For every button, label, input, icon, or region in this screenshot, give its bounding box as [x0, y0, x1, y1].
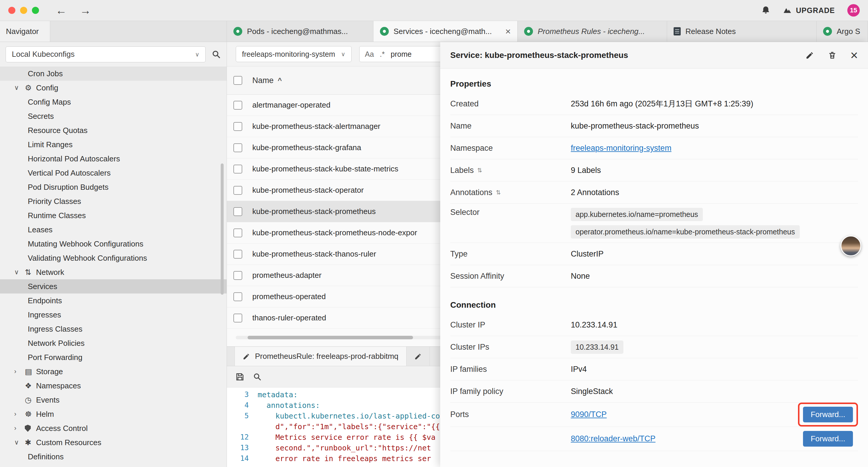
notification-count-badge[interactable]: 15 — [847, 4, 860, 17]
sidebar-item-leases[interactable]: Leases — [0, 223, 226, 237]
sidebar-item-access-control[interactable]: › Access Control — [0, 421, 226, 435]
row-checkbox[interactable] — [234, 314, 242, 322]
upgrade-button[interactable]: UPGRADE — [783, 6, 835, 15]
sort-toggle-icon[interactable]: ⇅ — [496, 189, 501, 196]
storage-icon: ▤ — [25, 367, 36, 376]
close-drawer-button[interactable]: × — [850, 49, 858, 62]
app-window: ← → UPGRADE 15 Navigator Pods - icecheng… — [0, 0, 868, 467]
tab-services[interactable]: Services - icecheng@math... × — [373, 21, 518, 42]
back-button[interactable]: ← — [56, 5, 67, 16]
row-checkbox[interactable] — [234, 271, 242, 280]
sidebar-item-runtime-classes[interactable]: Runtime Classes — [0, 208, 226, 223]
kubernetes-cluster-icon — [524, 27, 533, 36]
sidebar-item-port-forwarding[interactable]: Port Forwarding — [0, 350, 226, 364]
row-checkbox[interactable] — [234, 122, 242, 131]
sidebar-item-vertical-pod-autoscalers[interactable]: Vertical Pod Autoscalers — [0, 166, 226, 180]
match-case-toggle[interactable]: Aa — [365, 50, 374, 59]
close-window-button[interactable] — [8, 7, 16, 14]
details-drawer: Service: kube-prometheus-stack-prometheu… — [440, 42, 868, 467]
dock-tab-partial[interactable] — [406, 347, 430, 366]
sidebar-item-resource-quotas[interactable]: Resource Quotas — [0, 123, 226, 138]
navigator-tab[interactable]: Navigator — [0, 21, 50, 42]
namespaces-icon: ❖ — [25, 381, 36, 390]
sidebar-item-ingress-classes[interactable]: Ingress Classes — [0, 322, 226, 336]
sidebar-item-validating-webhook-configurations[interactable]: Validating Webhook Configurations — [0, 251, 226, 265]
sidebar-item-endpoints[interactable]: Endpoints — [0, 293, 226, 308]
minimize-window-button[interactable] — [20, 7, 27, 14]
sidebar-item-config[interactable]: ∨ ⚙ Config — [0, 81, 226, 95]
sidebar-item-secrets[interactable]: Secrets — [0, 109, 226, 123]
property-row-session-affinity: Session Affinity None — [450, 265, 858, 287]
regex-toggle[interactable]: .* — [380, 50, 385, 59]
row-checkbox[interactable] — [234, 250, 242, 259]
tab-pods[interactable]: Pods - icecheng@mathmas... — [227, 21, 373, 42]
sidebar-item-priority-classes[interactable]: Priority Classes — [0, 194, 226, 208]
sidebar-item-pod-disruption-budgets[interactable]: Pod Disruption Budgets — [0, 180, 226, 194]
sidebar-item-events[interactable]: ◷ Events — [0, 393, 226, 407]
sidebar-item-config-maps[interactable]: Config Maps — [0, 95, 226, 109]
horizontal-scrollbar-thumb[interactable] — [248, 336, 413, 339]
code-line: second.","runbook_url":"https://net — [258, 444, 431, 452]
annotation-highlight-box: Forward... — [798, 403, 858, 427]
row-checkbox[interactable] — [234, 101, 242, 110]
forward-button[interactable]: → — [80, 5, 91, 16]
sidebar-item-network[interactable]: ∨ ⇅ Network — [0, 265, 226, 279]
sidebar-item-storage[interactable]: › ▤ Storage — [0, 364, 226, 379]
column-header-name[interactable]: Name ^ — [252, 76, 282, 85]
navigator-tree: Cron Jobs ∨ ⚙ Config Config Maps Secrets… — [0, 66, 226, 464]
sidebar-item-ingresses[interactable]: Ingresses — [0, 308, 226, 322]
delete-button[interactable] — [828, 51, 837, 60]
row-checkbox[interactable] — [234, 143, 242, 152]
port-link-9090[interactable]: 9090/TCP — [571, 410, 607, 419]
tab-release-notes[interactable]: Release Notes — [667, 21, 816, 42]
notification-bell-icon[interactable] — [761, 6, 771, 15]
drawer-title: Service: kube-prometheus-stack-prometheu… — [450, 51, 628, 60]
edit-icon — [243, 353, 250, 360]
kubeconfig-select[interactable]: Local Kubeconfigs ∨ — [6, 47, 206, 62]
sort-toggle-icon[interactable]: ⇅ — [477, 167, 483, 174]
row-checkbox[interactable] — [234, 292, 242, 301]
dock-tab-prometheusrule[interactable]: PrometheusRule: freeleaps-prod-rabbitmq — [235, 347, 406, 366]
port-link-8080-reloader-web[interactable]: 8080:reloader-web/TCP — [571, 434, 656, 443]
tab-argo[interactable]: Argo S — [816, 21, 868, 42]
namespace-select[interactable]: freeleaps-monitoring-system ∨ — [236, 46, 351, 62]
select-all-checkbox[interactable] — [234, 76, 242, 85]
sidebar-item-limit-ranges[interactable]: Limit Ranges — [0, 138, 226, 152]
sidebar-item-namespaces[interactable]: ❖ Namespaces — [0, 379, 226, 393]
property-row-ip-families: IP families IPv4 — [450, 358, 858, 380]
row-checkbox[interactable] — [234, 186, 242, 195]
row-checkbox[interactable] — [234, 165, 242, 174]
sidebar-item-network-policies[interactable]: Network Policies — [0, 336, 226, 350]
sidebar-item-horizontal-pod-autoscalers[interactable]: Horizontal Pod Autoscalers — [0, 152, 226, 166]
code-line: metadata: — [258, 390, 298, 399]
line-number: 13 — [227, 444, 258, 452]
row-checkbox[interactable] — [234, 229, 242, 237]
user-avatar[interactable] — [840, 236, 861, 256]
property-row-name: Name kube-prometheus-stack-prometheus — [450, 115, 858, 137]
sidebar-item-custom-resources[interactable]: ∨ ✱ Custom Resources — [0, 435, 226, 449]
sidebar-scrollbar[interactable] — [221, 164, 224, 295]
save-button[interactable] — [235, 372, 245, 382]
sidebar-item-definitions[interactable]: Definitions — [0, 449, 226, 464]
forward-port-button[interactable]: Forward... — [803, 407, 853, 422]
zoom-window-button[interactable] — [32, 7, 39, 14]
cluster-ip-badge: 10.233.14.91 — [571, 341, 623, 354]
sidebar-item-mutating-webhook-configurations[interactable]: Mutating Webhook Configurations — [0, 237, 226, 251]
edit-button[interactable] — [805, 51, 814, 60]
editor-search-button[interactable] — [253, 372, 262, 381]
sidebar-item-helm[interactable]: › ☸ Helm — [0, 407, 226, 421]
namespace-link[interactable]: freeleaps-monitoring-system — [571, 144, 672, 153]
sidebar-item-services[interactable]: Services — [0, 279, 226, 293]
chevron-down-icon: ∨ — [14, 439, 25, 446]
forward-port-button[interactable]: Forward... — [803, 431, 853, 447]
line-number: 4 — [227, 401, 258, 409]
upgrade-icon — [783, 6, 792, 15]
network-icon: ⇅ — [25, 268, 36, 277]
close-tab-icon[interactable]: × — [505, 27, 511, 36]
sidebar-item-cron-jobs[interactable]: Cron Jobs — [0, 66, 226, 81]
sidebar-search-icon[interactable] — [212, 50, 221, 59]
tab-prometheus-rules[interactable]: Prometheus Rules - icecheng... — [518, 21, 667, 42]
kubernetes-cluster-icon — [823, 27, 832, 36]
document-icon — [674, 27, 681, 35]
row-checkbox[interactable] — [234, 207, 242, 216]
